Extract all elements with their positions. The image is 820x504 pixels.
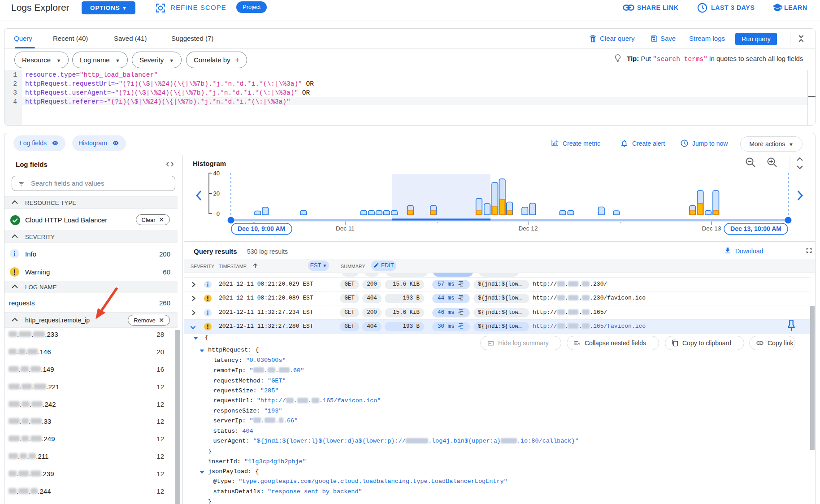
- svg-text:Dec 13, 10:00 AM: Dec 13, 10:00 AM: [730, 225, 781, 232]
- svg-text:Dec 10, 9:00 AM: Dec 10, 9:00 AM: [238, 225, 285, 232]
- svg-text:Dec 13: Dec 13: [702, 225, 721, 232]
- svg-text:40: 40: [213, 170, 220, 177]
- svg-text:Dec 12: Dec 12: [519, 225, 538, 232]
- svg-text:Dec 11: Dec 11: [336, 225, 355, 232]
- svg-text:0: 0: [217, 210, 220, 217]
- svg-text:20: 20: [213, 190, 220, 197]
